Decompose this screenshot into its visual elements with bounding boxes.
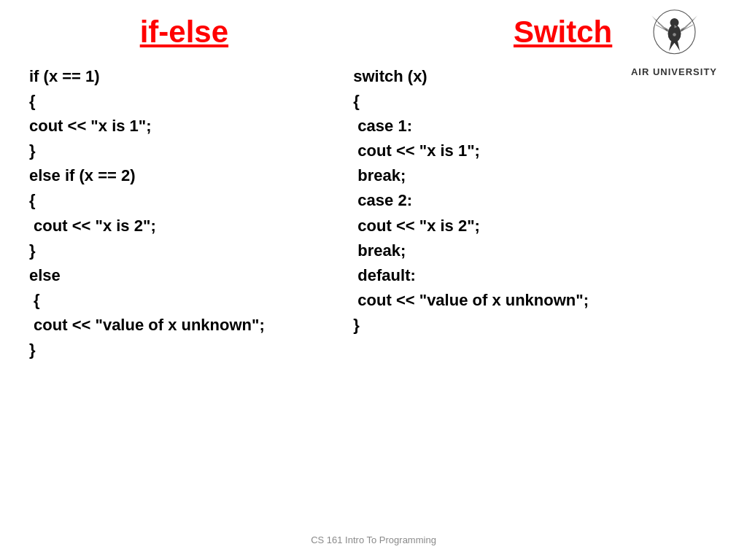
right-code-line-3: case 1: [353, 114, 718, 139]
left-code-line-5: else if (x == 2) [29, 163, 331, 188]
svg-line-5 [658, 23, 668, 31]
right-code-line-11: } [353, 313, 718, 338]
right-code-line-2: { [353, 89, 718, 114]
left-code-line-11: cout << "value of x unknown"; [29, 313, 331, 338]
left-code-line-4: } [29, 139, 331, 163]
left-code-line-10: { [29, 288, 331, 313]
left-code-line-6: { [29, 188, 331, 213]
header-row: if-else Switch [29, 15, 718, 50]
left-code-line-8: } [29, 238, 331, 263]
right-code-line-9: default: [353, 263, 718, 288]
left-code-line-12: } [29, 338, 331, 362]
logo-area: AIR UNIVERSITY [616, 7, 732, 77]
svg-point-4 [673, 33, 676, 36]
right-code-block: switch (x) { case 1: cout << "x is 1"; b… [346, 64, 718, 338]
right-code-line-6: case 2: [353, 188, 718, 213]
left-code-line-7: cout << "x is 2"; [29, 214, 331, 238]
right-code-line-4: cout << "x is 1"; [353, 139, 718, 163]
left-code-line-9: else [29, 263, 331, 288]
right-code-line-5: break; [353, 163, 718, 188]
left-header: if-else [29, 15, 339, 50]
title-switch: Switch [514, 15, 612, 49]
svg-line-7 [681, 23, 691, 31]
right-code-line-7: cout << "x is 2"; [353, 214, 718, 238]
slide-container: if-else Switch [0, 0, 747, 560]
left-code-line-1: if (x == 1) [29, 64, 331, 89]
title-if-else: if-else [140, 15, 228, 49]
logo-text: AIR UNIVERSITY [616, 66, 732, 77]
left-code-line-2: { [29, 89, 331, 114]
left-code-block: if (x == 1) { cout << "x is 1"; } else i… [29, 64, 346, 362]
left-code-line-3: cout << "x is 1"; [29, 114, 331, 139]
right-code-line-10: cout << "value of x unknown"; [353, 288, 718, 313]
right-code-line-8: break; [353, 238, 718, 263]
university-logo-icon [647, 7, 702, 62]
footer-text: CS 161 Intro To Programming [311, 534, 436, 545]
content-row: if (x == 1) { cout << "x is 1"; } else i… [29, 64, 718, 362]
